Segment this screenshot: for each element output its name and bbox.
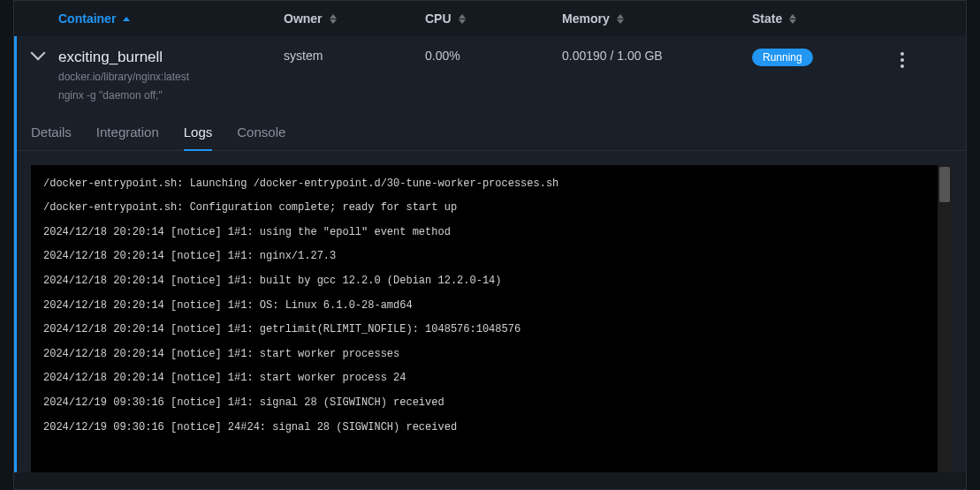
memory-cell: 0.00190 / 1.00 GB (562, 49, 752, 63)
log-line: 2024/12/19 09:30:16 [notice] 1#1: signal… (43, 396, 939, 411)
tab-integration[interactable]: Integration (96, 116, 159, 150)
status-badge: Running (752, 49, 813, 66)
table-row: exciting_burnell docker.io/library/nginx… (17, 36, 966, 116)
container-command: nginx -g "daemon off;" (58, 88, 284, 103)
col-owner[interactable]: Owner (284, 11, 425, 26)
log-line: 2024/12/19 09:30:16 [notice] 24#24: sign… (43, 421, 939, 435)
container-image: docker.io/library/nginx:latest (58, 70, 284, 85)
scrollbar-thumb[interactable] (939, 167, 950, 202)
log-line: /docker-entrypoint.sh: Configuration com… (43, 201, 939, 215)
log-viewer: /docker-entrypoint.sh: Launching /docker… (31, 165, 952, 472)
tab-console[interactable]: Console (237, 116, 285, 150)
log-line: 2024/12/18 20:20:14 [notice] 1#1: nginx/… (43, 250, 939, 264)
container-name-cell: exciting_burnell docker.io/library/nginx… (58, 49, 284, 103)
container-name: exciting_burnell (58, 49, 284, 66)
tab-logs[interactable]: Logs (184, 116, 213, 150)
col-memory[interactable]: Memory (562, 11, 752, 26)
log-line: /docker-entrypoint.sh: Launching /docker… (43, 177, 939, 192)
sort-icon (789, 12, 798, 25)
col-state[interactable]: State (752, 11, 880, 26)
log-line: 2024/12/18 20:20:14 [notice] 1#1: getrli… (43, 323, 939, 337)
owner-cell: system (284, 49, 425, 63)
log-line: 2024/12/18 20:20:14 [notice] 1#1: built … (43, 275, 939, 289)
sort-asc-icon (123, 12, 132, 25)
cpu-cell: 0.00% (425, 49, 562, 63)
log-line: 2024/12/18 20:20:14 [notice] 1#1: start … (43, 348, 939, 362)
sort-icon (330, 12, 338, 25)
expanded-container-row: exciting_burnell docker.io/library/nginx… (14, 36, 966, 472)
col-owner-label: Owner (284, 11, 323, 26)
detail-tabs: Details Integration Logs Console (17, 116, 966, 151)
log-line: 2024/12/18 20:20:14 [notice] 1#1: using … (43, 226, 939, 240)
log-line: 2024/12/18 20:20:14 [notice] 1#1: start … (43, 372, 939, 386)
log-line: 2024/12/18 20:20:14 [notice] 1#1: OS: Li… (43, 299, 939, 313)
col-container-label: Container (58, 11, 116, 26)
sort-icon (459, 12, 467, 25)
table-header: Container Owner CPU Memory State (14, 1, 966, 36)
col-cpu-label: CPU (425, 11, 452, 26)
col-container[interactable]: Container (58, 11, 284, 26)
scrollbar-track[interactable] (938, 165, 952, 472)
state-cell: Running (752, 49, 880, 66)
col-cpu[interactable]: CPU (425, 11, 562, 26)
col-state-label: State (752, 11, 782, 26)
container-panel: Container Owner CPU Memory State excitin… (13, 0, 967, 490)
chevron-down-icon[interactable] (30, 46, 45, 61)
tab-details[interactable]: Details (31, 116, 72, 150)
log-content[interactable]: /docker-entrypoint.sh: Launching /docker… (31, 165, 952, 472)
sort-icon (617, 12, 626, 25)
col-memory-label: Memory (562, 11, 610, 26)
kebab-menu-icon[interactable] (880, 49, 924, 68)
